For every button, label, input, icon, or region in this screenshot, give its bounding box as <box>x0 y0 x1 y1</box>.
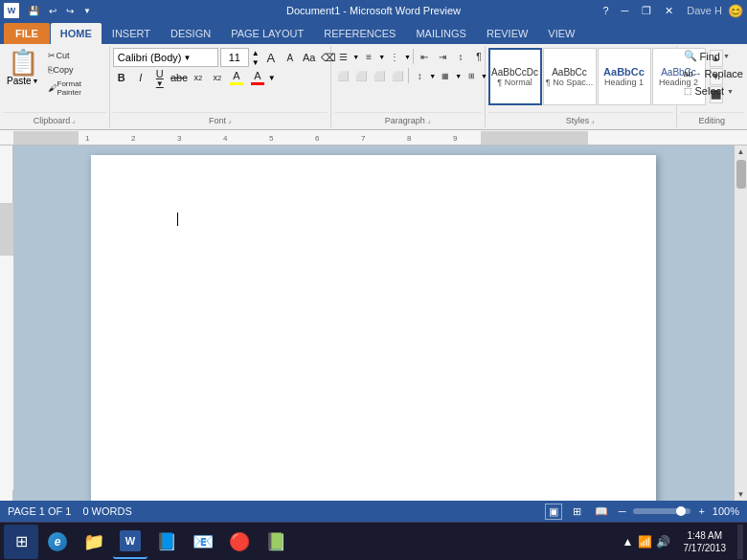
svg-text:9: 9 <box>453 134 458 143</box>
zoom-thumb[interactable] <box>676 506 686 516</box>
sort-btn[interactable]: ↕ <box>452 48 469 65</box>
shrink-font-btn[interactable]: A <box>282 49 299 66</box>
bold-btn[interactable]: B <box>113 69 130 86</box>
grow-font-btn[interactable]: A <box>262 49 280 66</box>
numbering-dropdown[interactable]: ▼ <box>378 54 385 60</box>
paragraph-expand-btn[interactable]: ⌟ <box>427 116 431 124</box>
taskbar-excel[interactable]: 📗 <box>259 525 293 559</box>
window-controls: ? ─ ❐ ✕ Dave H 😊 <box>598 4 743 18</box>
bullets-dropdown[interactable]: ▼ <box>352 54 359 60</box>
tray-volume-icon[interactable]: 🔊 <box>656 535 670 549</box>
minimize-btn[interactable]: ─ <box>616 4 635 17</box>
view-print-btn[interactable]: ▣ <box>545 504 562 520</box>
dropdown-quick-btn[interactable]: ▼ <box>80 6 94 16</box>
copy-button[interactable]: ⎘ Copy <box>45 64 106 76</box>
user-name[interactable]: Dave H <box>687 5 722 16</box>
font-expand-btn[interactable]: ⌟ <box>228 116 232 124</box>
line-spacing-dropdown[interactable]: ▼ <box>429 73 436 79</box>
styles-label: Styles ⌟ <box>488 112 673 127</box>
vertical-scrollbar[interactable]: ▲ ▼ <box>734 146 747 501</box>
taskbar-office[interactable]: 🔴 <box>222 525 257 559</box>
superscript-btn[interactable]: x2 <box>209 69 226 86</box>
subscript-btn[interactable]: x2 <box>190 69 207 86</box>
taskbar-word[interactable]: W <box>113 525 147 559</box>
find-btn[interactable]: 🔍 Find ▼ <box>680 48 745 64</box>
paste-button[interactable]: 📋 Paste ▼ <box>3 48 43 88</box>
taskbar-right: ▲ 📶 🔊 1:48 AM 7/17/2013 <box>619 525 743 559</box>
decrease-indent-btn[interactable]: ⇤ <box>416 48 433 65</box>
justify-btn[interactable]: ⬜ <box>389 67 406 84</box>
font-name-dropdown[interactable]: ▼ <box>183 54 191 62</box>
styles-expand-btn[interactable]: ⌟ <box>591 116 595 124</box>
style-heading1[interactable]: AaBbCc Heading 1 <box>598 48 651 105</box>
tab-mailings[interactable]: MAILINGS <box>406 23 476 44</box>
clipboard-expand-btn[interactable]: ⌟ <box>72 116 76 124</box>
strikethrough-btn[interactable]: abc <box>170 69 188 86</box>
multilevel-dropdown[interactable]: ▼ <box>404 54 411 60</box>
tab-view[interactable]: VIEW <box>538 23 584 44</box>
font-color-btn[interactable]: A <box>249 69 266 86</box>
style-no-spacing[interactable]: AaBbCc ¶ No Spac... <box>543 48 597 105</box>
restore-btn[interactable]: ❐ <box>636 4 657 18</box>
tab-file[interactable]: FILE <box>4 23 50 44</box>
tab-page-layout[interactable]: PAGE LAYOUT <box>221 23 313 44</box>
style-normal[interactable]: AaBbCcDc ¶ Normal <box>488 48 542 105</box>
help-btn[interactable]: ? <box>598 4 613 17</box>
align-center-btn[interactable]: ⬜ <box>352 67 370 84</box>
format-painter-button[interactable]: 🖌 Format Painter <box>45 78 106 98</box>
font-color-dropdown[interactable]: ▼ <box>268 74 276 82</box>
tab-insert[interactable]: INSERT <box>102 23 160 44</box>
zoom-out-btn[interactable]: ─ <box>619 505 626 517</box>
taskbar-ie[interactable]: e <box>40 525 75 559</box>
clock[interactable]: 1:48 AM 7/17/2013 <box>680 527 731 556</box>
bullets-btn[interactable]: ☰ <box>334 48 351 65</box>
change-case-btn[interactable]: Aa <box>301 49 318 66</box>
align-left-btn[interactable]: ⬜ <box>334 67 351 84</box>
italic-btn[interactable]: I <box>132 69 149 86</box>
font-size-up[interactable]: ▲ <box>251 49 260 57</box>
doc-scroll[interactable] <box>13 146 734 501</box>
font-name-input[interactable]: Calibri (Body) ▼ <box>113 48 218 67</box>
taskbar-word2[interactable]: 📘 <box>149 525 184 559</box>
zoom-in-btn[interactable]: + <box>698 505 704 517</box>
font-size-input[interactable]: 11 <box>220 48 249 67</box>
border-btn[interactable]: ⊞ <box>463 67 480 84</box>
numbering-btn[interactable]: ≡ <box>360 48 377 65</box>
select-btn[interactable]: ⬚ Select ▼ <box>680 83 745 99</box>
text-highlight-btn[interactable]: A <box>228 69 245 86</box>
scroll-down-btn[interactable]: ▼ <box>735 488 747 501</box>
close-btn[interactable]: ✕ <box>659 4 679 18</box>
underline-dropdown[interactable]: ▼ <box>156 79 164 88</box>
underline-btn[interactable]: U ▼ <box>151 69 169 86</box>
replace-btn[interactable]: ab→ Replace <box>680 66 745 81</box>
tray-up-arrow[interactable]: ▲ <box>622 535 634 549</box>
save-quick-btn[interactable]: 💾 <box>25 5 42 17</box>
tab-design[interactable]: DESIGN <box>161 23 220 44</box>
start-button[interactable]: ⊞ <box>4 525 38 559</box>
shading-btn[interactable]: ▦ <box>437 67 454 84</box>
redo-quick-btn[interactable]: ↪ <box>63 5 77 17</box>
view-read-btn[interactable]: 📖 <box>592 504 611 519</box>
tab-references[interactable]: REFERENCES <box>314 23 405 44</box>
scroll-up-btn[interactable]: ▲ <box>735 146 747 158</box>
line-spacing-btn[interactable]: ↕ <box>411 67 428 84</box>
tab-home[interactable]: HOME <box>51 23 102 44</box>
view-web-btn[interactable]: ⊞ <box>570 504 584 519</box>
tab-review[interactable]: REVIEW <box>477 23 537 44</box>
multilevel-btn[interactable]: ⋮ <box>386 48 403 65</box>
shading-dropdown[interactable]: ▼ <box>455 73 462 79</box>
tray-network-icon[interactable]: 📶 <box>638 535 652 549</box>
align-right-btn[interactable]: ⬜ <box>371 67 388 84</box>
title-left: W 💾 ↩ ↪ ▼ <box>4 3 94 18</box>
increase-indent-btn[interactable]: ⇥ <box>434 48 451 65</box>
cut-button[interactable]: ✂ Cut <box>45 50 106 61</box>
taskbar-explorer[interactable]: 📁 <box>77 525 111 559</box>
zoom-slider[interactable] <box>633 508 690 514</box>
document-page[interactable] <box>91 155 656 501</box>
taskbar-outlook[interactable]: 📧 <box>186 525 220 559</box>
undo-quick-btn[interactable]: ↩ <box>46 5 59 17</box>
show-desktop-btn[interactable] <box>737 525 743 559</box>
paste-icon: 📋 <box>8 50 38 75</box>
scroll-thumb[interactable] <box>736 160 746 189</box>
font-size-down[interactable]: ▼ <box>251 58 260 67</box>
